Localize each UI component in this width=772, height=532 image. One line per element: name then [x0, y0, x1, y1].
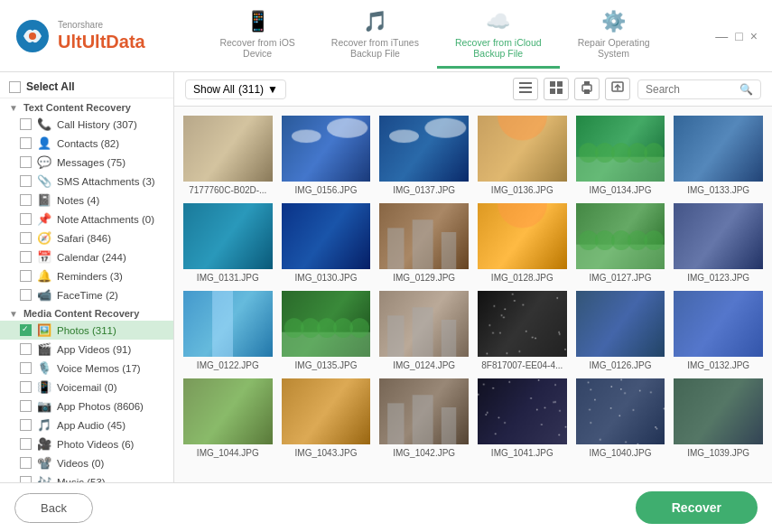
recover-button[interactable]: Recover: [636, 491, 758, 524]
list-view-button[interactable]: [513, 78, 538, 100]
image-thumbnail: [672, 201, 765, 271]
calendar-checkbox[interactable]: [20, 251, 32, 263]
app-photos-checkbox[interactable]: [20, 400, 32, 412]
section-text-label: Text Content Recovery: [23, 102, 131, 113]
image-cell[interactable]: IMG_0127.JPG: [574, 201, 667, 284]
image-cell[interactable]: IMG_0136.JPG: [476, 114, 569, 196]
notes-checkbox[interactable]: [20, 194, 32, 206]
window-controls: — □ ×: [715, 29, 758, 43]
sidebar-item-sms-attachments[interactable]: 📎 SMS Attachments (3): [0, 172, 173, 191]
sidebar-item-call-history[interactable]: 📞 Call History (307): [0, 115, 173, 134]
sidebar-item-voicemail[interactable]: 📳 Voicemail (0): [0, 378, 173, 397]
image-cell[interactable]: IMG_0135.JPG: [280, 289, 373, 371]
music-checkbox[interactable]: [20, 476, 32, 482]
videos-checkbox[interactable]: [20, 457, 32, 469]
tab-repair[interactable]: ⚙️ Repair Operating System: [560, 3, 668, 69]
sms-attachments-checkbox[interactable]: [20, 175, 32, 187]
facetime-checkbox[interactable]: [20, 289, 32, 301]
svg-rect-6: [557, 81, 563, 87]
image-label: 8F817007-EE04-4...: [481, 360, 563, 371]
sidebar-item-app-videos[interactable]: 🎬 App Videos (91): [0, 340, 173, 359]
sidebar-item-messages[interactable]: 💬 Messages (75): [0, 153, 173, 172]
image-cell[interactable]: IMG_1041.JPG: [476, 377, 569, 459]
app-videos-checkbox[interactable]: [20, 343, 32, 355]
grid-view-icon: [550, 81, 563, 94]
image-cell[interactable]: IMG_1039.JPG: [672, 377, 765, 459]
image-cell[interactable]: IMG_1040.JPG: [574, 377, 667, 459]
sidebar-item-app-photos[interactable]: 📷 App Photos (8606): [0, 397, 173, 415]
sidebar-item-app-audio[interactable]: 🎵 App Audio (45): [0, 415, 173, 434]
image-cell[interactable]: IMG_0133.JPG: [672, 114, 765, 196]
search-icon: 🔍: [739, 83, 753, 96]
grid-view-button[interactable]: [544, 78, 569, 100]
image-cell[interactable]: IMG_0137.JPG: [377, 114, 470, 196]
tab-itunes[interactable]: 🎵 Recover from iTunes Backup File: [313, 3, 437, 69]
close-button[interactable]: ×: [750, 29, 758, 43]
image-label: IMG_0135.JPG: [295, 360, 358, 371]
image-cell[interactable]: IMG_1043.JPG: [280, 377, 373, 459]
search-input[interactable]: [646, 83, 736, 96]
image-cell[interactable]: IMG_0132.JPG: [672, 289, 765, 371]
image-cell[interactable]: 7177760C-B02D-...: [181, 114, 274, 196]
sidebar-item-reminders[interactable]: 🔔 Reminders (3): [0, 266, 173, 285]
image-cell[interactable]: IMG_0122.JPG: [181, 289, 274, 371]
minimize-button[interactable]: —: [715, 29, 728, 43]
show-all-dropdown[interactable]: Show All (311) ▼: [185, 79, 286, 99]
image-thumbnail: [476, 289, 569, 359]
photos-label: Photos (311): [57, 325, 116, 336]
photos-checkbox[interactable]: [20, 324, 32, 336]
image-label: IMG_0137.JPG: [393, 185, 455, 196]
sidebar-item-contacts[interactable]: 👤 Contacts (82): [0, 134, 173, 153]
tab-ios-device[interactable]: 📱 Recover from iOS Device: [201, 3, 312, 69]
image-cell[interactable]: IMG_0123.JPG: [672, 201, 765, 284]
image-cell[interactable]: IMG_0156.JPG: [280, 114, 373, 196]
reminders-checkbox[interactable]: [20, 270, 32, 282]
image-cell[interactable]: IMG_0124.JPG: [377, 289, 470, 371]
sidebar-item-videos[interactable]: 📽️ Videos (0): [0, 453, 173, 472]
image-thumbnail: [574, 377, 667, 446]
sidebar-item-facetime[interactable]: 📹 FaceTime (2): [0, 285, 173, 304]
search-box[interactable]: 🔍: [637, 79, 761, 99]
image-cell[interactable]: IMG_0134.JPG: [574, 114, 667, 196]
sidebar-item-photos[interactable]: 🖼️ Photos (311): [0, 321, 173, 340]
select-all-checkbox[interactable]: [9, 81, 21, 93]
image-cell[interactable]: IMG_0129.JPG: [377, 201, 470, 284]
sms-attachments-icon: 📎: [37, 174, 51, 188]
sidebar-item-safari[interactable]: 🧭 Safari (846): [0, 229, 173, 247]
image-cell[interactable]: IMG_1042.JPG: [377, 377, 470, 459]
safari-checkbox[interactable]: [20, 232, 32, 244]
sidebar-item-photo-videos[interactable]: 🎥 Photo Videos (6): [0, 434, 173, 453]
image-cell[interactable]: IMG_0128.JPG: [476, 201, 569, 284]
facetime-label: FaceTime (2): [57, 290, 118, 301]
select-all-row[interactable]: Select All: [0, 76, 173, 98]
sidebar-item-music[interactable]: 🎶 Music (53): [0, 472, 173, 482]
image-cell[interactable]: IMG_0131.JPG: [181, 201, 274, 284]
export-button[interactable]: [605, 78, 630, 100]
photo-videos-checkbox[interactable]: [20, 438, 32, 450]
image-cell[interactable]: IMG_0130.JPG: [280, 201, 373, 284]
back-button[interactable]: Back: [14, 493, 93, 523]
voice-memos-checkbox[interactable]: [20, 362, 32, 374]
contacts-checkbox[interactable]: [20, 137, 32, 149]
logo-text: Tenorshare UltUltData: [58, 20, 145, 52]
image-cell[interactable]: IMG_0126.JPG: [574, 289, 667, 371]
sidebar-item-calendar[interactable]: 📅 Calendar (244): [0, 247, 173, 266]
maximize-button[interactable]: □: [735, 29, 742, 43]
sidebar-item-voice-memos[interactable]: 🎙️ Voice Memos (17): [0, 359, 173, 378]
call-history-checkbox[interactable]: [20, 118, 32, 130]
image-cell[interactable]: IMG_1044.JPG: [181, 377, 274, 459]
note-attachments-checkbox[interactable]: [20, 213, 32, 225]
image-thumbnail: [377, 114, 470, 183]
image-cell[interactable]: 8F817007-EE04-4...: [476, 289, 569, 371]
voicemail-checkbox[interactable]: [20, 381, 32, 393]
sidebar-item-note-attachments[interactable]: 📌 Note Attachments (0): [0, 210, 173, 229]
app-audio-icon: 🎵: [37, 418, 51, 432]
app-audio-checkbox[interactable]: [20, 419, 32, 431]
image-label: IMG_1040.JPG: [590, 448, 652, 459]
print-button[interactable]: [574, 78, 600, 100]
sidebar-item-notes[interactable]: 📓 Notes (4): [0, 191, 173, 210]
call-history-label: Call History (307): [57, 119, 137, 130]
show-all-label: Show All: [193, 83, 235, 96]
tab-icloud[interactable]: ☁️ Recover from iCloud Backup File: [437, 3, 560, 69]
messages-checkbox[interactable]: [20, 156, 32, 168]
